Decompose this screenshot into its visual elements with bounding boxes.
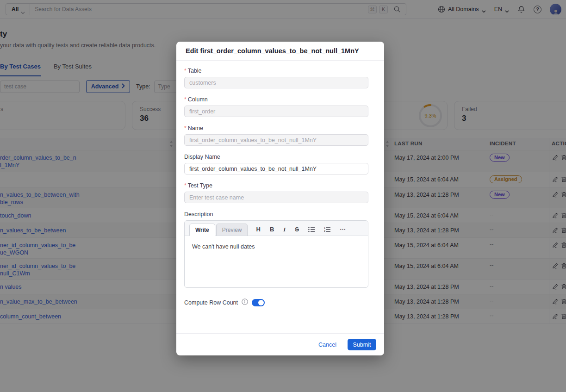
- submit-button[interactable]: Submit: [348, 339, 376, 350]
- write-tab[interactable]: Write: [189, 224, 215, 236]
- modal-title: Edit first_order_column_values_to_be_not…: [186, 47, 359, 55]
- table-field-input[interactable]: [184, 77, 368, 88]
- bold-icon[interactable]: B: [270, 226, 274, 232]
- italic-icon[interactable]: I: [283, 226, 286, 232]
- field-display-name: Display Name: [184, 154, 368, 174]
- required-asterisk: *: [184, 68, 187, 74]
- heading-icon[interactable]: H: [256, 226, 260, 232]
- name-field-label: Name: [188, 125, 203, 131]
- description-field-label: Description: [184, 211, 213, 218]
- description-textarea[interactable]: We can't have null dates: [185, 236, 368, 257]
- test-type-field-input[interactable]: [184, 192, 368, 203]
- compute-row-count-row: Compute Row Count: [184, 299, 368, 307]
- toggle-knob: [258, 300, 264, 305]
- description-editor: Write Preview H B I S 12: [184, 220, 368, 288]
- required-asterisk: *: [184, 182, 187, 189]
- editor-toolbar: Write Preview H B I S 12: [185, 221, 368, 236]
- name-field-input[interactable]: [184, 134, 368, 146]
- display-name-field-label: Display Name: [184, 154, 220, 160]
- compute-row-count-toggle[interactable]: [252, 299, 265, 306]
- field-table: * Table: [184, 68, 368, 88]
- column-field-label: Column: [188, 96, 208, 103]
- strikethrough-icon[interactable]: S: [295, 226, 299, 232]
- column-field-input[interactable]: [184, 106, 368, 117]
- more-options-icon[interactable]: ⋯: [340, 226, 346, 232]
- preview-tab[interactable]: Preview: [216, 224, 248, 236]
- edit-test-case-modal: Edit first_order_column_values_to_be_not…: [176, 42, 384, 355]
- cancel-button[interactable]: Cancel: [318, 342, 336, 348]
- modal-footer: Cancel Submit: [176, 333, 384, 355]
- modal-body: * Table * Column * Name: [176, 61, 384, 307]
- field-column: * Column: [184, 96, 368, 117]
- compute-row-count-label: Compute Row Count: [184, 299, 238, 306]
- app-screen: All ⌘ K All Domains: [0, 0, 566, 392]
- required-asterisk: *: [184, 96, 187, 103]
- svg-text:1: 1: [324, 227, 325, 229]
- required-asterisk: *: [184, 125, 187, 131]
- field-description: Description Write Preview H B I S: [184, 211, 368, 288]
- field-name: * Name: [184, 125, 368, 146]
- modal-header: Edit first_order_column_values_to_be_not…: [176, 42, 384, 61]
- numbered-list-icon[interactable]: 12: [324, 227, 330, 232]
- display-name-field-input[interactable]: [184, 163, 368, 174]
- test-type-field-label: Test Type: [188, 182, 212, 189]
- field-test-type: * Test Type: [184, 182, 368, 203]
- info-icon: [242, 299, 248, 307]
- bullet-list-icon[interactable]: [308, 227, 315, 232]
- svg-text:2: 2: [324, 230, 325, 232]
- table-field-label: Table: [188, 68, 202, 74]
